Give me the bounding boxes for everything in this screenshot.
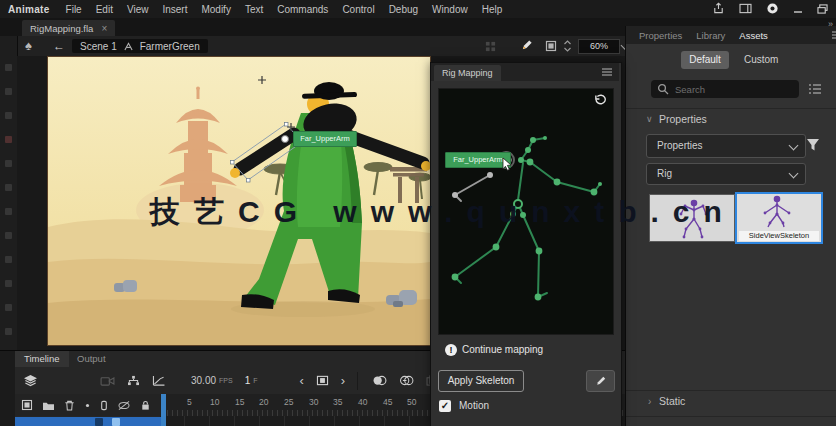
menu-help[interactable]: Help bbox=[482, 4, 503, 15]
menu-text[interactable]: Text bbox=[245, 4, 263, 15]
ruler-number: 35 bbox=[333, 397, 342, 407]
tab-assets[interactable]: Assets bbox=[739, 30, 768, 41]
search-box[interactable] bbox=[651, 80, 799, 98]
apply-skeleton-button[interactable]: Apply Skeleton bbox=[438, 370, 524, 392]
unmapped-bone bbox=[455, 175, 490, 201]
rig-mapping-panel: Rig Mapping bbox=[430, 62, 622, 426]
graph-editor-icon[interactable] bbox=[152, 375, 165, 386]
thumbnail-label: SideViewSkeleton bbox=[739, 231, 819, 241]
pelvis-node bbox=[514, 200, 522, 208]
list-view-icon[interactable] bbox=[808, 83, 822, 95]
outline-view-icon[interactable] bbox=[100, 400, 108, 411]
panel-tab-strip: Properties Library Assets bbox=[626, 26, 836, 44]
minimize-icon[interactable] bbox=[793, 4, 803, 14]
workspace-layout-icon[interactable] bbox=[739, 3, 752, 14]
lock-layer-icon[interactable] bbox=[140, 400, 151, 411]
tab-rig-mapping[interactable]: Rig Mapping bbox=[434, 65, 501, 81]
playhead[interactable] bbox=[161, 394, 166, 426]
animate-app-window: Animate File Edit View Insert Modify Tex… bbox=[0, 0, 836, 426]
stage-spade-icon[interactable]: ♠ bbox=[25, 38, 32, 53]
tab-properties[interactable]: Properties bbox=[639, 30, 682, 41]
stage-canvas[interactable]: Far_UpperArm bbox=[48, 57, 430, 345]
delete-layer-icon[interactable] bbox=[64, 400, 75, 411]
menu-control[interactable]: Control bbox=[342, 4, 374, 15]
back-arrow-icon[interactable]: ← bbox=[53, 39, 65, 53]
center-frame-icon[interactable] bbox=[316, 375, 329, 386]
ruler-number: 20 bbox=[259, 397, 268, 407]
step-forward-icon[interactable]: › bbox=[341, 373, 345, 388]
pen-icon[interactable] bbox=[520, 39, 533, 52]
edit-bar: ♠ ← Scene 1 FarmerGreen 60% bbox=[17, 36, 625, 57]
menu-file[interactable]: File bbox=[66, 4, 82, 15]
menu-modify[interactable]: Modify bbox=[201, 4, 230, 15]
hide-layer-icon[interactable] bbox=[117, 400, 131, 411]
rig-preview-canvas[interactable] bbox=[438, 88, 614, 335]
breadcrumb-scene[interactable]: Scene 1 bbox=[80, 41, 117, 52]
chevron-down-icon bbox=[789, 141, 799, 151]
step-back-icon[interactable]: ‹ bbox=[300, 373, 304, 388]
menu-view[interactable]: View bbox=[127, 4, 149, 15]
tab-output[interactable]: Output bbox=[68, 351, 115, 367]
panel-menu-icon[interactable] bbox=[831, 31, 836, 39]
menu-insert[interactable]: Insert bbox=[162, 4, 187, 15]
menu-items: File Edit View Insert Modify Text Comman… bbox=[66, 4, 503, 15]
fps-unit: FPS bbox=[219, 377, 233, 384]
section-properties-header[interactable]: Properties bbox=[659, 113, 707, 125]
stage-bone-label[interactable]: Far_UpperArm bbox=[293, 131, 357, 147]
search-input[interactable] bbox=[673, 81, 795, 98]
fps-value[interactable]: 30.00 bbox=[191, 375, 216, 386]
section-chevron-icon[interactable]: ∨ bbox=[646, 114, 653, 124]
asset-thumbnail-front-skeleton[interactable] bbox=[649, 194, 735, 242]
section-chevron-right-icon[interactable]: › bbox=[648, 396, 651, 407]
subtab-custom[interactable]: Custom bbox=[744, 51, 778, 69]
current-frame-unit: F bbox=[253, 377, 257, 384]
motion-checkbox[interactable]: ✓ bbox=[439, 400, 451, 412]
restore-window-icon[interactable] bbox=[817, 4, 828, 14]
zoom-level-field[interactable]: 60% bbox=[578, 39, 620, 54]
grid-icon[interactable] bbox=[485, 41, 496, 52]
subtab-default[interactable]: Default bbox=[681, 51, 729, 69]
highlight-dot-icon[interactable] bbox=[84, 402, 91, 409]
rig-dropdown[interactable]: Rig bbox=[646, 163, 806, 185]
menu-edit[interactable]: Edit bbox=[96, 4, 113, 15]
ruler-number: 15 bbox=[235, 397, 244, 407]
breadcrumb-symbol[interactable]: FarmerGreen bbox=[140, 41, 200, 52]
close-icon[interactable]: × bbox=[101, 23, 107, 34]
zoom-stepper-icon[interactable] bbox=[563, 39, 572, 53]
menubar: Animate File Edit View Insert Modify Tex… bbox=[0, 0, 836, 18]
clip-content-icon[interactable] bbox=[545, 40, 557, 52]
menu-commands[interactable]: Commands bbox=[277, 4, 328, 15]
new-folder-icon[interactable] bbox=[42, 400, 55, 411]
app-logo: Animate bbox=[8, 4, 50, 15]
record-icon[interactable] bbox=[766, 2, 779, 15]
reset-rig-icon[interactable] bbox=[593, 93, 608, 106]
menu-debug[interactable]: Debug bbox=[389, 4, 418, 15]
edit-rig-button[interactable] bbox=[586, 370, 615, 392]
filter-icon[interactable] bbox=[806, 138, 820, 152]
selected-layer-row[interactable] bbox=[15, 417, 161, 426]
ruler-number: 25 bbox=[284, 397, 293, 407]
menu-window[interactable]: Window bbox=[432, 4, 468, 15]
ruler-number: 45 bbox=[383, 397, 392, 407]
onion-skin-icon[interactable] bbox=[372, 375, 387, 386]
rig-skeleton bbox=[439, 89, 613, 334]
document-tab[interactable]: RigMapping.fla × bbox=[22, 20, 115, 36]
camera-icon[interactable] bbox=[100, 375, 115, 386]
motion-checkbox-label: Motion bbox=[459, 400, 489, 411]
frame-view-icon[interactable] bbox=[21, 399, 33, 411]
parenting-view-icon[interactable] bbox=[127, 375, 140, 386]
onion-skin-outlines-icon[interactable] bbox=[399, 375, 414, 386]
current-frame-value[interactable]: 1 bbox=[245, 375, 251, 386]
properties-dropdown[interactable]: Properties bbox=[646, 134, 806, 158]
panel-menu-icon[interactable] bbox=[601, 68, 613, 76]
layers-icon[interactable] bbox=[23, 374, 38, 387]
asset-thumbnail-sideview-skeleton[interactable]: SideViewSkeleton bbox=[735, 192, 823, 244]
tab-timeline[interactable]: Timeline bbox=[15, 351, 69, 367]
tab-library[interactable]: Library bbox=[696, 30, 725, 41]
ruler-number: 10 bbox=[210, 397, 219, 407]
share-icon[interactable] bbox=[712, 2, 725, 15]
layer-visibility-cell[interactable] bbox=[112, 418, 120, 426]
bone-anchor-dot[interactable] bbox=[281, 135, 289, 143]
section-static-header[interactable]: Static bbox=[659, 395, 685, 407]
rig-dropdown-value: Rig bbox=[657, 168, 672, 179]
